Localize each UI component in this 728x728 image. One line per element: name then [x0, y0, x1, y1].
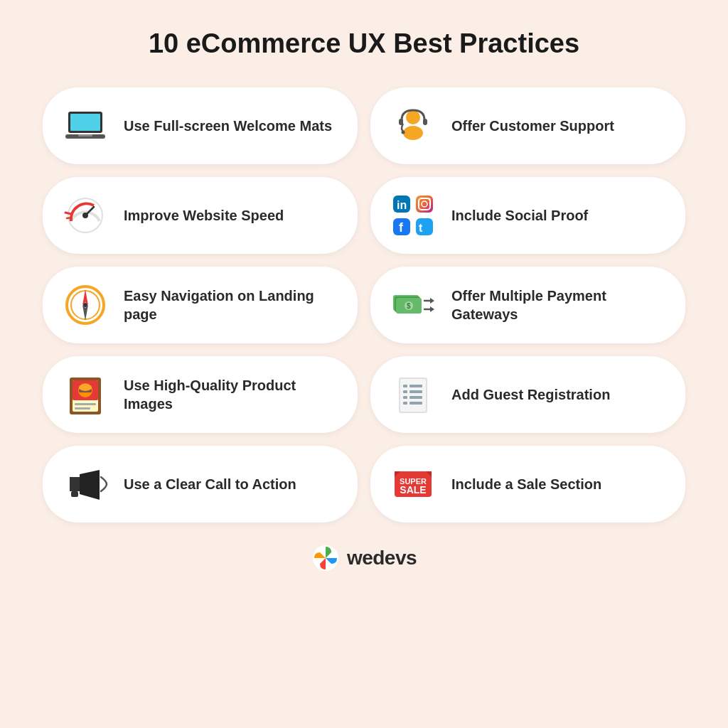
page-title: 10 eCommerce UX Best Practices: [149, 28, 579, 59]
svg-rect-45: [75, 407, 90, 410]
svg-rect-53: [410, 396, 422, 399]
svg-point-8: [402, 131, 405, 134]
footer: wedevs: [311, 544, 417, 572]
card-website-speed-text: Improve Website Speed: [124, 206, 284, 225]
card-call-to-action-text: Use a Clear Call to Action: [124, 475, 296, 493]
megaphone-icon: [60, 459, 111, 510]
svg-point-43: [79, 384, 92, 391]
card-payment-gateways-text: Offer Multiple Payment Gateways: [451, 287, 668, 323]
social-icon: in f t: [387, 190, 439, 241]
brand-logo: [311, 544, 340, 572]
card-product-images-text: Use High-Quality Product Images: [124, 376, 341, 413]
card-guest-registration: Add Guest Registration: [370, 356, 685, 433]
brand-name: wedevs: [347, 547, 417, 569]
wedevs-logo-icon: [311, 544, 340, 572]
payment-icon: $: [387, 279, 439, 331]
svg-rect-1: [70, 114, 100, 131]
svg-point-19: [429, 198, 431, 200]
card-guest-registration-text: Add Guest Registration: [451, 385, 610, 404]
product-icon: [60, 369, 111, 420]
card-sale-section-text: Include a Sale Section: [451, 475, 601, 493]
svg-rect-51: [410, 390, 422, 393]
cards-grid: Use Full-screen Welcome Mats Offer Custo…: [43, 87, 685, 523]
laptop-icon: [60, 100, 111, 151]
svg-rect-7: [423, 119, 427, 125]
svg-line-10: [65, 213, 71, 214]
speedometer-icon: [60, 190, 111, 241]
card-welcome-mats-text: Use Full-screen Welcome Mats: [124, 117, 332, 135]
svg-rect-49: [410, 385, 422, 387]
svg-rect-48: [403, 385, 407, 387]
svg-text:in: in: [397, 199, 407, 211]
svg-rect-55: [410, 402, 422, 405]
svg-marker-56: [70, 477, 80, 491]
card-customer-support-text: Offer Customer Support: [451, 117, 614, 135]
svg-point-28: [83, 303, 87, 307]
card-payment-gateways: $ Offer Multiple Payment Gateways: [370, 267, 685, 343]
card-website-speed: Improve Website Speed: [43, 177, 358, 254]
svg-text:t: t: [419, 222, 423, 234]
svg-rect-3: [78, 134, 92, 136]
card-social-proof-text: Include Social Proof: [451, 206, 588, 225]
compass-icon: [60, 279, 111, 331]
support-icon: [387, 100, 439, 151]
svg-marker-57: [80, 470, 100, 500]
svg-point-5: [403, 126, 423, 140]
svg-rect-52: [403, 396, 407, 399]
card-sale-section: SUPER SALE Include a Sale Section: [370, 446, 685, 523]
svg-point-4: [406, 110, 420, 124]
svg-text:f: f: [399, 220, 404, 235]
card-welcome-mats: Use Full-screen Welcome Mats: [43, 87, 358, 164]
svg-rect-54: [403, 402, 407, 405]
svg-text:SALE: SALE: [400, 484, 426, 496]
card-customer-support: Offer Customer Support: [370, 87, 685, 164]
svg-marker-37: [430, 306, 434, 312]
card-call-to-action: Use a Clear Call to Action: [43, 446, 358, 523]
svg-rect-58: [71, 491, 78, 497]
card-social-proof: in f t I: [370, 177, 685, 254]
card-easy-navigation-text: Easy Navigation on Landing page: [124, 287, 341, 323]
svg-rect-44: [75, 403, 96, 405]
svg-rect-47: [400, 379, 426, 412]
card-easy-navigation: Easy Navigation on Landing page: [43, 267, 358, 343]
card-product-images: Use High-Quality Product Images: [43, 356, 358, 433]
sale-icon: SUPER SALE: [387, 459, 439, 510]
svg-marker-35: [430, 298, 434, 304]
svg-text:$: $: [407, 302, 411, 310]
registration-icon: [387, 369, 439, 420]
svg-rect-50: [403, 390, 407, 393]
